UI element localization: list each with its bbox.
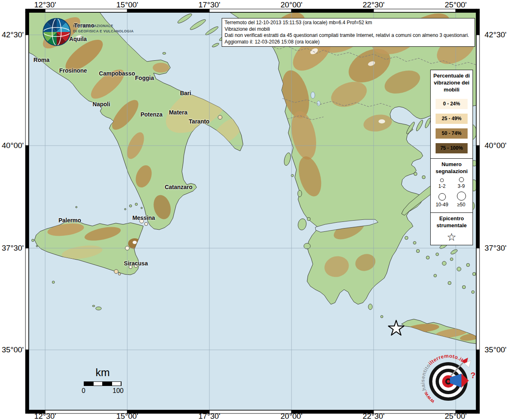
haisentitoilterremoto-logo: ? www.haisentitoilterremoto.it bbox=[415, 349, 514, 420]
city-label-messina: Messina bbox=[132, 215, 155, 221]
legend-swatch-50-74: 50 - 74% bbox=[436, 128, 468, 139]
scale-bar-unit: km bbox=[80, 366, 125, 379]
report-size-circle-medium bbox=[459, 177, 464, 182]
report-size-circle-large bbox=[438, 193, 446, 201]
report-marker bbox=[118, 273, 121, 275]
axis-label-bottom: 25°00' bbox=[445, 412, 467, 420]
axis-label-top: 15°00' bbox=[116, 0, 138, 9]
city-label-foggia: Foggia bbox=[135, 75, 154, 81]
axis-label-bottom: 15°00' bbox=[116, 412, 138, 420]
legend-epicenter-title: Epicentro strumentale bbox=[431, 213, 473, 230]
axis-label-bottom: 17°30' bbox=[198, 412, 220, 420]
scale-bar-segments bbox=[84, 381, 122, 386]
city-label-catanzaro: Catanzaro bbox=[165, 184, 193, 190]
legend-percent-title: Percentuale di vibrazione dei mobili bbox=[431, 70, 473, 94]
axis-label-right: 35°00' bbox=[484, 345, 507, 354]
city-label-napoli: Napoli bbox=[93, 101, 110, 107]
legend-swatch-0-24: 0 - 24% bbox=[436, 99, 468, 109]
legend-swatch-75-100: 75 - 100% bbox=[436, 143, 468, 153]
report-marker bbox=[145, 222, 148, 226]
ingv-logo: ISTITUTO NAZIONALE DI GEOFISICA E VULCAN… bbox=[39, 16, 142, 50]
ingv-text-line1: ISTITUTO NAZIONALE bbox=[73, 24, 113, 28]
city-label-frosinone: Frosinone bbox=[59, 67, 87, 74]
axis-label-bottom: 20°00' bbox=[280, 412, 303, 420]
axis-label-right: 42°30' bbox=[484, 30, 507, 39]
city-label-campobasso: Campobasso bbox=[99, 70, 135, 77]
city-label-roma: Roma bbox=[34, 57, 50, 63]
axis-label-left: 42°30' bbox=[2, 30, 24, 39]
axis-label-top: 12°30' bbox=[34, 0, 56, 9]
city-label-matera: Matera bbox=[169, 109, 187, 116]
report-marker bbox=[218, 115, 222, 119]
scale-bar: km 0 100 bbox=[80, 366, 125, 395]
legend-swatch-25-49: 25 - 49% bbox=[436, 114, 468, 124]
axis-label-left: 37°30' bbox=[2, 244, 24, 253]
event-subtitle: Vibrazione dei mobili bbox=[225, 26, 472, 33]
report-size-label: ≥50 bbox=[457, 202, 466, 208]
question-mark-icon: ? bbox=[470, 371, 475, 380]
report-size-label: 3-9 bbox=[458, 183, 465, 189]
report-size-circle-xlarge bbox=[457, 192, 466, 201]
event-disclaimer: Dati non verificati estratti da 45 quest… bbox=[225, 32, 472, 39]
city-label-potenza: Potenza bbox=[140, 111, 163, 118]
event-info-box: Terremoto del 12-10-2013 15:11:53 (ora l… bbox=[222, 18, 475, 47]
event-updated: Aggiornato il: 12-03-2026 15:08 (ora loc… bbox=[225, 39, 472, 46]
axis-label-right: 37°30' bbox=[484, 244, 507, 253]
axis-label-left: 40°00' bbox=[2, 141, 24, 150]
legend: Percentuale di vibrazione dei mobili 0 -… bbox=[430, 70, 473, 245]
legend-report-sizes: 1-2 3-9 10-49 ≥50 bbox=[431, 176, 473, 208]
map-page: Terremoto del 12-10-2013 15:11:53 (ora l… bbox=[0, 0, 514, 420]
epicenter-star-icon: ☆ bbox=[431, 232, 473, 242]
report-marker bbox=[125, 246, 129, 250]
report-marker bbox=[114, 269, 118, 274]
city-label-bari: Bari bbox=[180, 90, 191, 96]
axis-label-left: 35°00' bbox=[2, 345, 24, 354]
ingv-text-line2: DI GEOFISICA E VULCANOLOGIA bbox=[73, 29, 133, 33]
city-label-siracusa: Siracusa bbox=[124, 260, 148, 267]
axis-label-top: 25°00' bbox=[445, 0, 467, 9]
axis-label-right: 40°00' bbox=[484, 141, 507, 150]
axis-label-top: 20°00' bbox=[280, 0, 303, 9]
city-label-taranto: Taranto bbox=[189, 118, 209, 125]
axis-label-bottom: 12°30' bbox=[34, 412, 56, 420]
report-size-circle-small bbox=[440, 178, 444, 182]
axis-label-bottom: 22°30' bbox=[363, 412, 385, 420]
event-title: Terremoto del 12-10-2013 15:11:53 (ora l… bbox=[225, 20, 472, 26]
report-size-label: 10-49 bbox=[436, 202, 448, 208]
ingv-globe-icon bbox=[43, 18, 70, 46]
city-label-palermo: Palermo bbox=[58, 217, 81, 224]
scale-bar-end: 100 bbox=[112, 387, 124, 395]
scale-bar-start: 0 bbox=[82, 387, 85, 395]
axis-label-top: 22°30' bbox=[363, 0, 385, 9]
map-canvas bbox=[29, 12, 476, 410]
report-size-label: 1-2 bbox=[438, 183, 445, 189]
legend-reports-title: Numero segnalazioni bbox=[431, 159, 473, 176]
axis-label-top: 17°30' bbox=[198, 0, 220, 9]
